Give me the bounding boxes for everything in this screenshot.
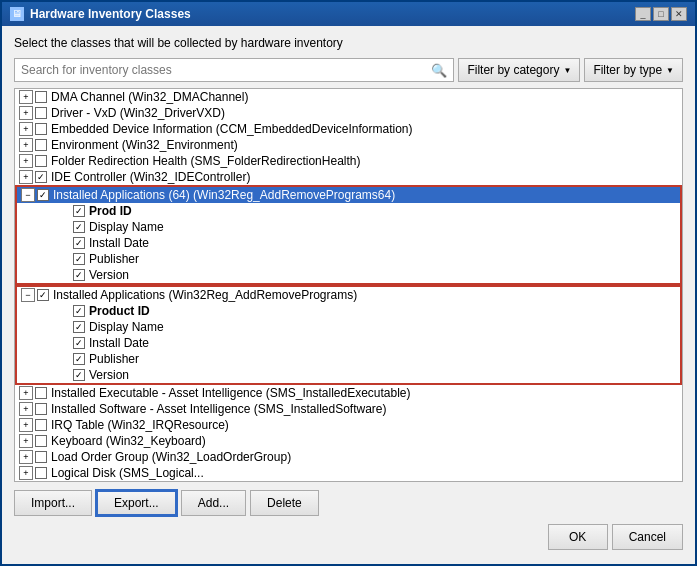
- checkbox-logicaldisk[interactable]: [35, 467, 47, 479]
- list-item-prod_id_64[interactable]: Prod ID: [17, 203, 680, 219]
- checkbox-dma[interactable]: [35, 91, 47, 103]
- checkbox-irq[interactable]: [35, 419, 47, 431]
- label-installed32: Installed Applications (Win32Reg_AddRemo…: [53, 288, 357, 302]
- list-item-installdate_32[interactable]: Install Date: [17, 335, 680, 351]
- checkbox-publisher_64[interactable]: [73, 253, 85, 265]
- checkbox-dispname_64[interactable]: [73, 221, 85, 233]
- checkbox-version_32[interactable]: [73, 369, 85, 381]
- window-icon: 🖥: [10, 7, 24, 21]
- list-item-logicaldisk[interactable]: + Logical Disk (SMS_Logical...: [15, 465, 682, 481]
- label-installdate_32: Install Date: [89, 336, 149, 350]
- checkbox-dispname_32[interactable]: [73, 321, 85, 333]
- expand-btn-irq[interactable]: +: [19, 418, 33, 432]
- expand-btn-asset_exe[interactable]: +: [19, 386, 33, 400]
- expand-btn-driver[interactable]: +: [19, 106, 33, 120]
- inventory-list[interactable]: + DMA Channel (Win32_DMAChannel) + Drive…: [14, 88, 683, 482]
- list-item-installed64[interactable]: − Installed Applications (64) (Win32Reg_…: [17, 187, 680, 203]
- label-environment: Environment (Win32_Environment): [51, 138, 238, 152]
- footer-left-buttons: Import... Export... Add... Delete: [14, 490, 319, 516]
- expand-btn-folder[interactable]: +: [19, 154, 33, 168]
- label-dispname_64: Display Name: [89, 220, 164, 234]
- content-area: Select the classes that will be collecte…: [2, 26, 695, 564]
- expand-btn-embedded[interactable]: +: [19, 122, 33, 136]
- list-item-asset_exe[interactable]: + Installed Executable - Asset Intellige…: [15, 385, 682, 401]
- toolbar: 🔍 Filter by category ▼ Filter by type ▼: [14, 58, 683, 82]
- expand-btn-logicaldisk[interactable]: +: [19, 466, 33, 480]
- list-item-irq[interactable]: + IRQ Table (Win32_IRQResource): [15, 417, 682, 433]
- list-item-version_64[interactable]: Version: [17, 267, 680, 283]
- list-item-version_32[interactable]: Version: [17, 367, 680, 383]
- expand-btn-keyboard[interactable]: +: [19, 434, 33, 448]
- expand-btn-installed64[interactable]: −: [21, 188, 35, 202]
- close-button[interactable]: ✕: [671, 7, 687, 21]
- list-item-publisher_32[interactable]: Publisher: [17, 351, 680, 367]
- checkbox-folder[interactable]: [35, 155, 47, 167]
- label-loadorder: Load Order Group (Win32_LoadOrderGroup): [51, 450, 291, 464]
- expand-btn-ide[interactable]: +: [19, 170, 33, 184]
- ok-cancel-buttons: OK Cancel: [14, 524, 683, 558]
- checkbox-loadorder[interactable]: [35, 451, 47, 463]
- label-prod_id_64: Prod ID: [89, 204, 132, 218]
- filter-category-button[interactable]: Filter by category ▼: [458, 58, 580, 82]
- search-box: 🔍: [14, 58, 454, 82]
- checkbox-ide[interactable]: [35, 171, 47, 183]
- minimize-button[interactable]: _: [635, 7, 651, 21]
- expand-btn-loadorder[interactable]: +: [19, 450, 33, 464]
- ok-button[interactable]: OK: [548, 524, 608, 550]
- checkbox-prod_id_64[interactable]: [73, 205, 85, 217]
- filter-type-button[interactable]: Filter by type ▼: [584, 58, 683, 82]
- search-input[interactable]: [21, 63, 431, 77]
- list-item-keyboard[interactable]: + Keyboard (Win32_Keyboard): [15, 433, 682, 449]
- list-item-embedded[interactable]: + Embedded Device Information (CCM_Embed…: [15, 121, 682, 137]
- list-item-product_id_32[interactable]: Product ID: [17, 303, 680, 319]
- window-title: Hardware Inventory Classes: [30, 7, 191, 21]
- export-button[interactable]: Export...: [96, 490, 177, 516]
- checkbox-asset_exe[interactable]: [35, 387, 47, 399]
- restore-button[interactable]: □: [653, 7, 669, 21]
- label-logicaldisk: Logical Disk (SMS_Logical...: [51, 466, 204, 480]
- list-item-driver[interactable]: + Driver - VxD (Win32_DriverVXD): [15, 105, 682, 121]
- checkbox-environment[interactable]: [35, 139, 47, 151]
- list-item-environment[interactable]: + Environment (Win32_Environment): [15, 137, 682, 153]
- checkbox-publisher_32[interactable]: [73, 353, 85, 365]
- filter-category-chevron: ▼: [563, 66, 571, 75]
- hardware-inventory-window: 🖥 Hardware Inventory Classes _ □ ✕ Selec…: [0, 0, 697, 566]
- list-item-installed32[interactable]: − Installed Applications (Win32Reg_AddRe…: [17, 287, 680, 303]
- list-item-dispname_64[interactable]: Display Name: [17, 219, 680, 235]
- instruction-text: Select the classes that will be collecte…: [14, 36, 683, 50]
- checkbox-product_id_32[interactable]: [73, 305, 85, 317]
- title-controls: _ □ ✕: [635, 7, 687, 21]
- list-item-dma[interactable]: + DMA Channel (Win32_DMAChannel): [15, 89, 682, 105]
- checkbox-installdate_64[interactable]: [73, 237, 85, 249]
- checkbox-asset_sw[interactable]: [35, 403, 47, 415]
- expand-btn-asset_sw[interactable]: +: [19, 402, 33, 416]
- list-item-loadorder[interactable]: + Load Order Group (Win32_LoadOrderGroup…: [15, 449, 682, 465]
- label-publisher_32: Publisher: [89, 352, 139, 366]
- checkbox-installed64[interactable]: [37, 189, 49, 201]
- checkbox-driver[interactable]: [35, 107, 47, 119]
- checkbox-installdate_32[interactable]: [73, 337, 85, 349]
- list-item-asset_sw[interactable]: + Installed Software - Asset Intelligenc…: [15, 401, 682, 417]
- list-item-publisher_64[interactable]: Publisher: [17, 251, 680, 267]
- list-item-installdate_64[interactable]: Install Date: [17, 235, 680, 251]
- checkbox-version_64[interactable]: [73, 269, 85, 281]
- label-product_id_32: Product ID: [89, 304, 150, 318]
- expand-btn-environment[interactable]: +: [19, 138, 33, 152]
- filter-type-chevron: ▼: [666, 66, 674, 75]
- list-item-folder[interactable]: + Folder Redirection Health (SMS_FolderR…: [15, 153, 682, 169]
- checkbox-keyboard[interactable]: [35, 435, 47, 447]
- label-keyboard: Keyboard (Win32_Keyboard): [51, 434, 206, 448]
- list-item-ide[interactable]: + IDE Controller (Win32_IDEController): [15, 169, 682, 185]
- import-button[interactable]: Import...: [14, 490, 92, 516]
- checkbox-installed32[interactable]: [37, 289, 49, 301]
- label-asset_sw: Installed Software - Asset Intelligence …: [51, 402, 387, 416]
- label-version_64: Version: [89, 268, 129, 282]
- list-item-dispname_32[interactable]: Display Name: [17, 319, 680, 335]
- label-publisher_64: Publisher: [89, 252, 139, 266]
- delete-button[interactable]: Delete: [250, 490, 319, 516]
- checkbox-embedded[interactable]: [35, 123, 47, 135]
- cancel-button[interactable]: Cancel: [612, 524, 683, 550]
- expand-btn-dma[interactable]: +: [19, 90, 33, 104]
- add-button[interactable]: Add...: [181, 490, 246, 516]
- expand-btn-installed32[interactable]: −: [21, 288, 35, 302]
